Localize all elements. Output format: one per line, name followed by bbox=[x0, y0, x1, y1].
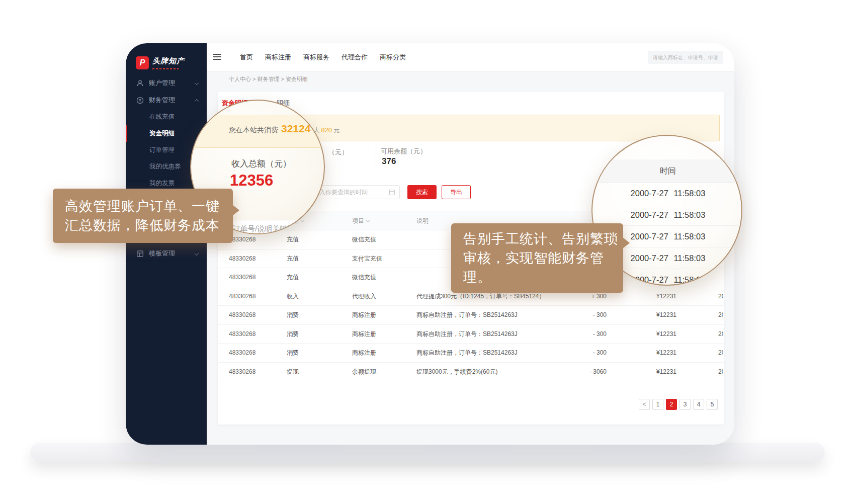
pagination-prev-button[interactable]: < bbox=[639, 399, 650, 410]
sidebar-group-label: 财务管理 bbox=[149, 96, 175, 105]
table-row[interactable]: 48330268消费商标注册商标自助注册，订单号：SB2514263J- 300… bbox=[218, 344, 724, 363]
tooltip-line: 审核，实现智能财务管 bbox=[463, 248, 611, 268]
laptop-base bbox=[30, 443, 825, 462]
sidebar-subitem[interactable]: 资金明细 bbox=[126, 125, 207, 142]
available-balance-value: 376 bbox=[382, 156, 396, 166]
cell-order-no: 48330268 bbox=[229, 287, 255, 306]
chevron-down-icon bbox=[195, 251, 199, 256]
nav-item[interactable]: 首页 bbox=[240, 53, 253, 62]
pagination-page-1[interactable]: 1 bbox=[652, 399, 663, 410]
cell-project: 微信充值 bbox=[352, 268, 376, 287]
cell-amount: - 300 bbox=[560, 344, 607, 362]
pagination-page-2[interactable]: 2 bbox=[666, 399, 677, 410]
nav-item[interactable]: 商标服务 bbox=[303, 53, 329, 62]
sidebar-subitem-label: 在线充值 bbox=[149, 113, 175, 120]
cell-project: 微信充值 bbox=[352, 230, 376, 249]
timestamp-row: 2000-7-27 11:58:03 bbox=[592, 183, 742, 204]
active-indicator bbox=[126, 125, 127, 142]
finance-icon bbox=[136, 97, 144, 104]
sidebar-group-label: 账户管理 bbox=[149, 78, 175, 88]
cell-amount: - 3060 bbox=[560, 363, 607, 381]
banner-amount: 32124 bbox=[281, 123, 310, 135]
cell-balance: ¥12231 bbox=[630, 306, 676, 324]
cell-description: 商标自助注册，订单号：SB2514263J bbox=[416, 325, 518, 344]
cell-type: 充值 bbox=[287, 230, 299, 249]
sort-caret-icon bbox=[301, 219, 304, 222]
income-total-value: 12356 bbox=[230, 172, 273, 190]
tooltip-finance-left: 高效管理账户订单、一键汇总数据，降低财务成本 bbox=[53, 189, 233, 243]
cell-amount: - 300 bbox=[560, 325, 607, 344]
cell-time-clipped: 2000-7-27 bbox=[718, 287, 723, 306]
breadcrumb: 个人中心 > 财务管理 > 资金明细 bbox=[229, 75, 308, 83]
nav-item[interactable]: 代理合作 bbox=[342, 53, 368, 62]
cell-project: 余额提现 bbox=[352, 363, 376, 381]
sidebar-group[interactable]: 账户管理 bbox=[126, 74, 207, 92]
tooltip-finance-right: 告别手工统计、告别繁琐审核，实现智能财务管理。 bbox=[451, 223, 623, 293]
cell-type: 消费 bbox=[287, 306, 299, 324]
brand-logo[interactable]: P 头牌知产 bbox=[136, 56, 207, 69]
cell-description: 提现3000元，手续费2%(60元) bbox=[416, 363, 497, 381]
cell-project: 商标注册 bbox=[352, 325, 376, 344]
pagination-page-4[interactable]: 4 bbox=[693, 399, 704, 410]
chevron-up-icon bbox=[195, 99, 199, 103]
timestamp-row: 2000-7-27 11:58:03 bbox=[592, 204, 742, 226]
time-query-input[interactable]: 输入你要查询的时间 bbox=[309, 185, 400, 199]
chevron-down-icon bbox=[195, 81, 199, 85]
cell-project: 支付宝充值 bbox=[352, 249, 382, 268]
sidebar-subitem-label: 我的优惠券 bbox=[149, 163, 181, 170]
sidebar-group[interactable]: 模板管理 bbox=[126, 245, 207, 262]
table-row[interactable]: 48330268消费商标注册商标自助注册，订单号：SB2514263J- 300… bbox=[218, 306, 724, 325]
export-button[interactable]: 导出 bbox=[442, 185, 471, 199]
brand-logo-icon: P bbox=[136, 56, 149, 69]
banner-unit: 元 bbox=[333, 126, 339, 135]
cell-description: 商标自助注册，订单号：SB2514263J bbox=[416, 306, 518, 324]
cell-balance: ¥12231 bbox=[630, 287, 676, 306]
sidebar-subitem-label: 我的发票 bbox=[149, 180, 175, 187]
brand-name: 头牌知产 bbox=[152, 56, 185, 66]
column-header-project[interactable]: 项目 bbox=[352, 211, 369, 230]
tooltip-line: 汇总数据，降低财务成本 bbox=[65, 216, 221, 235]
income-total-label: 收入总额（元） bbox=[231, 158, 291, 170]
calendar-icon[interactable] bbox=[389, 190, 395, 195]
banner-mid: 大 bbox=[313, 126, 319, 135]
sidebar-subitem[interactable]: 在线充值 bbox=[126, 109, 207, 125]
pagination-page-3[interactable]: 3 bbox=[679, 399, 691, 410]
cell-description: 商标自助注册，订单号：SB2514263J bbox=[416, 344, 518, 362]
cell-time-clipped: 2000-7-27 bbox=[718, 363, 723, 381]
cell-order-no: 48330268 bbox=[229, 344, 255, 362]
banner-amount-2: 820 bbox=[321, 126, 332, 134]
table-row[interactable]: 48330268消费商标注册商标自助注册，订单号：SB2514263J- 300… bbox=[218, 325, 724, 344]
table-row[interactable]: 48330268提现余额提现提现3000元，手续费2%(60元)- 3060¥1… bbox=[218, 363, 724, 382]
stat-partial-label: （元） bbox=[328, 148, 348, 157]
top-nav-items: 首页商标注册商标服务代理合作商标分类 bbox=[240, 43, 406, 71]
cell-order-no: 48330268 bbox=[229, 249, 255, 268]
sort-caret-icon bbox=[366, 219, 370, 222]
trademark-search-input[interactable] bbox=[648, 51, 723, 64]
pagination: <12345 bbox=[639, 399, 718, 410]
search-button[interactable]: 搜索 bbox=[407, 185, 437, 199]
cell-order-no: 48330268 bbox=[229, 306, 255, 324]
nav-item[interactable]: 商标注册 bbox=[265, 53, 291, 62]
menu-icon[interactable] bbox=[213, 54, 221, 60]
cell-balance: ¥12231 bbox=[630, 344, 676, 362]
pagination-page-5[interactable]: 5 bbox=[707, 399, 718, 410]
banner-prefix: 您在本站共消费 bbox=[229, 126, 278, 135]
cell-order-no: 48330268 bbox=[229, 268, 255, 287]
available-balance-label: 可用余额（元） bbox=[381, 147, 426, 156]
nav-item[interactable]: 商标分类 bbox=[380, 53, 406, 62]
consumption-banner-text: 您在本站共消费 32124 大 820 元 bbox=[229, 123, 339, 136]
cell-type: 提现 bbox=[287, 363, 299, 381]
cell-project: 代理收入 bbox=[352, 287, 376, 306]
cell-time-clipped: 2000-7-27 bbox=[718, 344, 723, 362]
cell-amount: - 300 bbox=[560, 306, 607, 324]
tooltip-line: 高效管理账户订单、一键 bbox=[65, 197, 221, 216]
brand-tagline-decor bbox=[152, 68, 179, 69]
sidebar-group[interactable]: 财务管理 bbox=[126, 92, 207, 109]
sidebar-subitem-label: 订单管理 bbox=[149, 146, 175, 153]
tooltip-line: 理。 bbox=[463, 268, 611, 287]
cell-type: 消费 bbox=[287, 344, 299, 362]
template-icon bbox=[136, 250, 144, 258]
tooltip-line: 告别手工统计、告别繁琐 bbox=[463, 229, 611, 248]
column-header-desc: 说明 bbox=[416, 211, 429, 230]
cell-time-clipped: 2000-7-27 bbox=[718, 325, 723, 344]
